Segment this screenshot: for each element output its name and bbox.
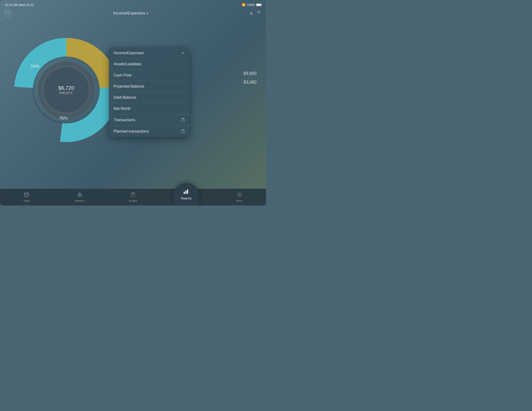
chart-label-76: 76% — [59, 116, 68, 121]
donut-label: PROFIT — [58, 91, 74, 95]
filter-icon[interactable] — [256, 10, 261, 16]
chevron-down-icon: ▾ — [146, 11, 148, 15]
battery-label: 100% — [247, 3, 255, 7]
tab-today[interactable]: 21 Today — [0, 189, 53, 206]
reports-icon — [183, 189, 189, 196]
tab-budget-label: Budget — [129, 199, 137, 202]
dropdown-label-income-expenses: Income/Expenses — [114, 51, 144, 55]
tab-more-label: More — [237, 199, 242, 202]
share-icon-transactions — [181, 118, 185, 122]
more-icon — [237, 192, 242, 198]
dropdown-label-net-worth: Net Worth — [114, 106, 131, 111]
status-right: 📶 100% — [242, 3, 261, 7]
dropdown-label-cash-flow: Cash Flow — [114, 73, 132, 77]
svg-rect-17 — [187, 189, 188, 194]
device-frame: 10:22 AM Wed Jul 21 📶 100% ? Income/Expe… — [0, 0, 266, 206]
donut-chart: $6,720 PROFIT 24% 76% — [12, 36, 121, 144]
tab-bar: 21 Today Balance — [0, 189, 266, 206]
dropdown-label-debt-balance: Debt Balance — [114, 96, 136, 100]
sort-icon[interactable]: ≡ — [250, 11, 253, 16]
tab-reports-label: Reports — [181, 197, 192, 200]
svg-rect-16 — [185, 191, 187, 194]
header: ? Income/Expenses ▾ ≡ — [0, 9, 266, 19]
donut-center: $6,720 PROFIT — [58, 85, 74, 95]
header-right: ≡ — [250, 10, 261, 16]
calendar-icon: 21 — [24, 192, 29, 198]
header-left: ? — [5, 10, 11, 17]
dropdown-item-planned-transactions[interactable]: Planned transactions — [109, 126, 189, 137]
tab-budget[interactable]: Budget — [106, 189, 160, 206]
dropdown-label-projected-balance: Projected Balance — [114, 84, 144, 88]
check-icon: ✓ — [181, 51, 185, 55]
value-item-2: $3,080 — [244, 80, 256, 85]
status-bar: 10:22 AM Wed Jul 21 📶 100% — [0, 0, 266, 9]
dropdown-item-transactions[interactable]: Transactions — [109, 114, 189, 126]
balance-icon — [77, 192, 82, 198]
dropdown-item-net-worth[interactable]: Net Worth — [109, 103, 189, 114]
chart-area: $6,720 PROFIT 24% 76% — [7, 24, 125, 156]
share-icon-planned — [181, 129, 185, 134]
value-item-1: $9,800 — [244, 71, 256, 76]
dropdown-label-planned-transactions: Planned transactions — [114, 129, 149, 134]
dropdown-item-cash-flow[interactable]: Cash Flow — [109, 70, 189, 81]
wifi-icon: 📶 — [242, 3, 245, 6]
dropdown-item-debt-balance[interactable]: Debt Balance — [109, 92, 189, 103]
right-values: $9,800 $3,080 — [244, 71, 256, 88]
header-title-text: Income/Expenses — [113, 11, 145, 16]
donut-amount: $6,720 — [58, 85, 74, 91]
chart-label-24: 24% — [31, 64, 39, 69]
svg-text:21: 21 — [26, 195, 28, 196]
dropdown-label-transactions: Transactions — [114, 118, 135, 122]
tab-today-label: Today — [23, 199, 30, 202]
dropdown-item-income-expenses[interactable]: Income/Expenses ✓ — [109, 47, 189, 59]
svg-rect-15 — [184, 192, 185, 194]
dropdown-item-projected-balance[interactable]: Projected Balance — [109, 81, 189, 92]
tab-balance[interactable]: Balance — [53, 189, 106, 206]
tab-reports[interactable]: Reports — [160, 189, 213, 206]
header-title-button[interactable]: Income/Expenses ▾ — [113, 11, 148, 16]
dropdown-item-assets-liabilities[interactable]: Assets/Liabilities — [109, 59, 189, 70]
main-content: $6,720 PROFIT 24% 76% $9,800 $3,080 Inco… — [0, 19, 266, 191]
tab-more[interactable]: More — [213, 189, 266, 206]
svg-rect-14 — [131, 193, 135, 197]
svg-point-12 — [80, 195, 82, 196]
status-time: 10:22 AM Wed Jul 21 — [5, 3, 34, 7]
tab-balance-label: Balance — [75, 199, 85, 202]
budget-icon — [130, 192, 136, 198]
battery-icon — [256, 4, 261, 6]
help-button[interactable]: ? — [5, 10, 11, 17]
dropdown-label-assets-liabilities: Assets/Liabilities — [114, 62, 142, 66]
svg-point-11 — [78, 195, 79, 196]
dropdown-menu: Income/Expenses ✓ Assets/Liabilities Cas… — [109, 47, 189, 137]
